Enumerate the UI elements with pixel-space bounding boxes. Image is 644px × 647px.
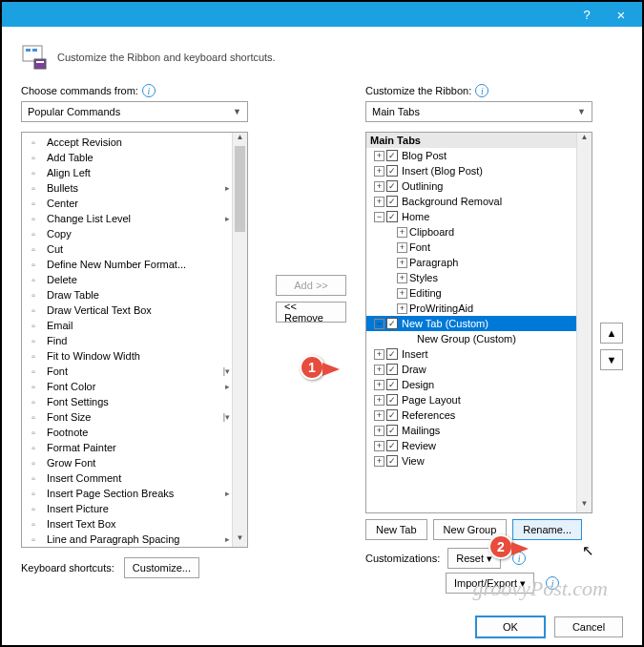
list-item[interactable]: ▫Footnote: [22, 425, 247, 440]
checkbox[interactable]: ✓: [386, 425, 398, 436]
tree-node[interactable]: +Paragraph: [366, 255, 592, 270]
customize-shortcuts-button[interactable]: Customize...: [124, 557, 199, 578]
list-item[interactable]: ▫Change List Level▸: [22, 211, 247, 226]
list-item[interactable]: ▫Draw Vertical Text Box: [22, 303, 247, 318]
scrollbar[interactable]: ▲ ▼: [232, 133, 247, 547]
tree-node[interactable]: −✓New Tab (Custom): [366, 316, 592, 331]
expand-icon[interactable]: +: [397, 227, 407, 238]
list-item[interactable]: ▫Font Settings: [22, 394, 247, 409]
list-item[interactable]: ▫Insert Comment: [22, 470, 247, 486]
tree-node[interactable]: +✓Outlining: [366, 178, 592, 194]
list-item[interactable]: ▫Delete: [22, 272, 247, 287]
list-item[interactable]: ▫Font|▾: [22, 364, 247, 379]
checkbox[interactable]: ✓: [386, 196, 398, 207]
cancel-button[interactable]: Cancel: [554, 616, 623, 637]
tree-node[interactable]: +✓Design: [366, 377, 592, 392]
commands-list[interactable]: ▫Accept Revision▫Add Table▫Align Left▫Bu…: [21, 132, 248, 548]
checkbox[interactable]: ✓: [386, 364, 398, 375]
list-item[interactable]: ▫Insert Picture: [22, 501, 247, 516]
checkbox[interactable]: ✓: [386, 440, 398, 451]
ribbon-tree[interactable]: Main Tabs +✓Blog Post+✓Insert (Blog Post…: [365, 132, 592, 513]
checkbox[interactable]: ✓: [386, 455, 398, 467]
expand-icon[interactable]: +: [374, 456, 384, 467]
tree-node[interactable]: +✓Insert (Blog Post): [366, 163, 592, 178]
list-item[interactable]: ▫Insert Page Section Breaks▸: [22, 486, 247, 501]
expand-icon[interactable]: +: [397, 303, 407, 314]
tree-node[interactable]: +✓View: [366, 453, 592, 469]
move-up-button[interactable]: ▲: [600, 323, 623, 344]
info-icon[interactable]: i: [475, 84, 488, 97]
expand-icon[interactable]: +: [397, 288, 407, 299]
list-item[interactable]: ▫Font Color▸: [22, 379, 247, 394]
checkbox[interactable]: ✓: [386, 348, 398, 360]
tree-node[interactable]: +✓Mailings: [366, 423, 592, 438]
list-item[interactable]: ▫Add Table: [22, 150, 247, 165]
list-item[interactable]: ▫Cut: [22, 241, 247, 257]
ok-button[interactable]: OK: [476, 616, 545, 637]
expand-icon[interactable]: +: [397, 273, 407, 283]
expand-icon[interactable]: +: [397, 242, 407, 253]
checkbox[interactable]: ✓: [386, 394, 398, 406]
expand-icon[interactable]: +: [374, 365, 384, 375]
checkbox[interactable]: ✓: [386, 211, 398, 222]
list-item[interactable]: ▫Grow Font: [22, 455, 247, 470]
scroll-down-icon[interactable]: ▼: [233, 533, 247, 547]
checkbox[interactable]: ✓: [386, 409, 398, 421]
rename-button[interactable]: Rename...: [512, 519, 582, 540]
tree-node[interactable]: +✓Draw: [366, 362, 592, 377]
customize-ribbon-combo[interactable]: Main Tabs ▼: [365, 101, 592, 122]
list-item[interactable]: ▫Accept Revision: [22, 135, 247, 150]
tree-node[interactable]: +Clipboard: [366, 224, 592, 240]
expand-icon[interactable]: +: [374, 441, 384, 451]
list-item[interactable]: ▫Center: [22, 196, 247, 211]
tree-node[interactable]: New Group (Custom): [366, 331, 592, 346]
tree-node[interactable]: −✓Home: [366, 209, 592, 224]
checkbox[interactable]: ✓: [386, 165, 398, 177]
tree-node[interactable]: +✓Page Layout: [366, 392, 592, 407]
scroll-down-icon[interactable]: ▼: [577, 499, 592, 512]
tree-node[interactable]: +Editing: [366, 285, 592, 301]
close-icon[interactable]: ×: [604, 7, 638, 23]
list-item[interactable]: ▫Bullets▸: [22, 180, 247, 196]
expand-icon[interactable]: +: [374, 410, 384, 421]
new-tab-button[interactable]: New Tab: [365, 519, 427, 540]
list-item[interactable]: ▫Format Painter: [22, 440, 247, 455]
expand-icon[interactable]: −: [374, 212, 384, 222]
list-item[interactable]: ▫Copy: [22, 226, 247, 241]
checkbox[interactable]: ✓: [386, 150, 398, 161]
tree-node[interactable]: +✓Insert: [366, 346, 592, 362]
expand-icon[interactable]: +: [374, 197, 384, 207]
tree-node[interactable]: +ProWritingAid: [366, 301, 592, 316]
tree-node[interactable]: +✓Review: [366, 438, 592, 453]
tree-node[interactable]: +✓References: [366, 407, 592, 423]
scroll-up-icon[interactable]: ▲: [233, 133, 247, 146]
expand-icon[interactable]: +: [374, 349, 384, 360]
list-item[interactable]: ▫Font Size|▾: [22, 409, 247, 425]
list-item[interactable]: ▫Insert Text Box: [22, 516, 247, 532]
commands-from-combo[interactable]: Popular Commands ▼: [21, 101, 248, 122]
expand-icon[interactable]: −: [374, 319, 384, 329]
list-item[interactable]: ▫Align Left: [22, 165, 247, 180]
tree-node[interactable]: +Styles: [366, 270, 592, 285]
help-icon[interactable]: ?: [570, 8, 604, 22]
scroll-up-icon[interactable]: ▲: [577, 133, 592, 146]
scrollbar[interactable]: ▲ ▼: [576, 133, 592, 512]
list-item[interactable]: ▫Email: [22, 318, 247, 333]
move-down-button[interactable]: ▼: [600, 349, 623, 370]
tree-node[interactable]: +✓Background Removal: [366, 194, 592, 209]
list-item[interactable]: ▫Define New Number Format...: [22, 257, 247, 272]
expand-icon[interactable]: +: [374, 166, 384, 177]
tree-node[interactable]: +Font: [366, 240, 592, 255]
checkbox[interactable]: ✓: [386, 318, 398, 329]
scroll-thumb[interactable]: [235, 146, 245, 232]
checkbox[interactable]: ✓: [386, 180, 398, 192]
tree-node[interactable]: +✓Blog Post: [366, 148, 592, 163]
expand-icon[interactable]: +: [374, 380, 384, 390]
expand-icon[interactable]: +: [397, 258, 407, 268]
expand-icon[interactable]: +: [374, 395, 384, 406]
list-item[interactable]: ▫Find: [22, 333, 247, 348]
expand-icon[interactable]: +: [374, 181, 384, 192]
remove-button[interactable]: << Remove: [276, 302, 346, 323]
info-icon[interactable]: i: [142, 84, 156, 97]
expand-icon[interactable]: +: [374, 151, 384, 161]
